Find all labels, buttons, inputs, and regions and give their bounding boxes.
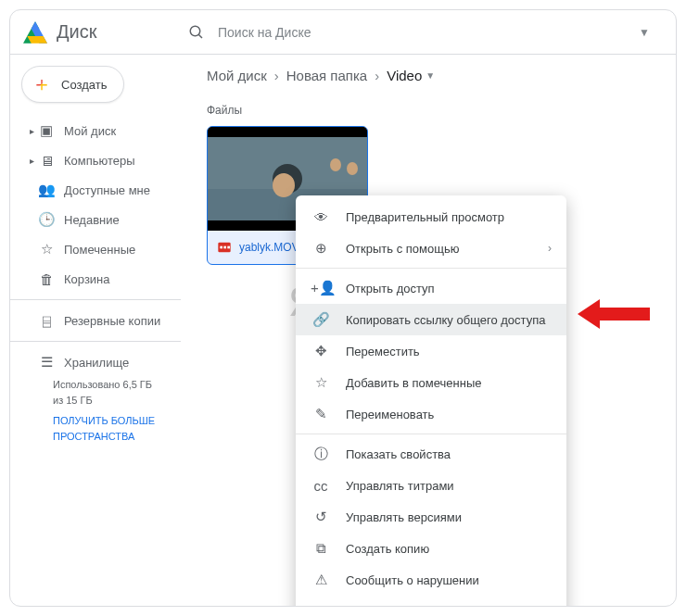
app-name: Диск [57, 21, 96, 43]
menu-item-label: Открыть доступ [346, 282, 552, 295]
menu-item-icon: cc [311, 478, 331, 494]
menu-item-label: Показать свойства [346, 447, 552, 461]
plus-icon: ＋ [32, 74, 52, 94]
sidebar-item-label: Помеченные [64, 243, 168, 257]
menu-item-icon: ✥ [311, 343, 331, 359]
sidebar-item[interactable]: ▸ ☆ Помеченные [10, 234, 181, 264]
sidebar-item-label: Доступные мне [64, 183, 168, 197]
sidebar-item-label: Резервные копии [64, 314, 168, 328]
menu-item-label: Предварительный просмотр [346, 210, 552, 224]
nav-icon: 🕒 [36, 211, 57, 228]
search-box[interactable]: Поиск на Диске ▼ [181, 10, 676, 55]
file-name: yablyk.MOV [239, 241, 299, 254]
menu-item-label: Переместить [346, 345, 552, 358]
menu-item-icon: ⚠ [311, 572, 331, 588]
context-menu-item[interactable]: ☆ Добавить в помеченные [296, 367, 566, 398]
menu-item-label: Переименовать [346, 408, 552, 421]
get-more-storage-link[interactable]: ПОЛУЧИТЬ БОЛЬШЕ ПРОСТРАНСТВА [53, 413, 162, 444]
divider [10, 341, 181, 342]
menu-item-label: Сообщить о нарушении [346, 573, 552, 587]
context-menu-item[interactable]: ⧉ Создать копию [296, 533, 566, 564]
nav-icon: 🖥 [36, 153, 57, 169]
sidebar-item[interactable]: ▸ 🖥 Компьютеры [10, 145, 181, 175]
sidebar-item[interactable]: ▸ 🕒 Недавние [10, 205, 181, 234]
menu-item-label: Управлять версиями [346, 510, 552, 524]
divider [10, 299, 181, 300]
logo-area[interactable]: Диск [10, 10, 181, 54]
menu-item-label: Управлять титрами [346, 479, 552, 493]
menu-item-icon: +👤 [311, 280, 331, 296]
backup-icon: ⌸ [36, 313, 57, 329]
menu-item-icon: ⓘ [311, 446, 331, 463]
context-menu: 👁 Предварительный просмотр ⊕ Открыть с п… [296, 195, 566, 607]
app-frame: Диск Поиск на Диске ▼ ＋ Создать ▸ ▣ Мой … [9, 9, 677, 607]
breadcrumb-item[interactable]: Новая папка [286, 68, 367, 83]
menu-item-icon: 🔗 [311, 311, 331, 328]
context-menu-item[interactable]: cc Управлять титрами [296, 470, 566, 501]
new-button-label: Создать [61, 78, 107, 92]
disclosure-icon: ▸ [27, 126, 36, 136]
context-menu-item[interactable]: ⚠ Сообщить о нарушении [296, 564, 566, 596]
section-label: Файлы [207, 104, 650, 117]
sidebar-item-label: Корзина [64, 272, 168, 286]
menu-item-label: Создать копию [346, 542, 552, 556]
menu-item-icon: ☆ [311, 374, 331, 391]
sidebar-item-label: Мой диск [64, 124, 168, 138]
chevron-right-icon: › [375, 68, 379, 83]
divider [296, 268, 566, 269]
breadcrumb: Мой диск›Новая папка›Video▼ [207, 68, 650, 83]
menu-item-icon: ⤓ [311, 603, 331, 607]
context-menu-item[interactable]: ⤓ Скачать [296, 596, 566, 607]
search-icon [188, 24, 210, 41]
breadcrumb-item[interactable]: Мой диск [207, 68, 267, 83]
chevron-right-icon: › [548, 242, 552, 255]
divider [296, 434, 566, 434]
storage-icon: ☰ [36, 354, 57, 371]
context-menu-item[interactable]: 🔗 Копировать ссылку общего доступа [296, 304, 566, 335]
context-menu-item[interactable]: ⊕ Открыть с помощью › [296, 233, 566, 264]
context-menu-item[interactable]: +👤 Открыть доступ [296, 272, 566, 304]
nav-icon: ▣ [36, 122, 57, 139]
sidebar-item[interactable]: ▸ 🗑 Корзина [10, 264, 181, 294]
storage-info: Использовано 6,5 ГБ из 15 ГБ ПОЛУЧИТЬ БО… [10, 377, 181, 444]
menu-item-icon: ↺ [311, 509, 331, 525]
menu-item-label: Скачать [346, 605, 552, 608]
context-menu-item[interactable]: ✎ Переименовать [296, 398, 566, 430]
disclosure-icon: ▸ [27, 156, 36, 166]
sidebar-item-backups[interactable]: ▸ ⌸ Резервные копии [10, 306, 181, 335]
menu-item-icon: ✎ [311, 406, 331, 422]
drive-logo-icon [23, 21, 47, 44]
menu-item-label: Копировать ссылку общего доступа [346, 313, 552, 327]
context-menu-item[interactable]: ↺ Управлять версиями [296, 501, 566, 533]
video-file-icon [217, 240, 232, 255]
storage-used-text: Использовано 6,5 ГБ из 15 ГБ [53, 377, 162, 408]
svg-rect-3 [220, 246, 222, 249]
breadcrumb-item[interactable]: Video▼ [387, 68, 435, 83]
nav-icon: 🗑 [36, 271, 57, 287]
svg-rect-4 [223, 246, 226, 249]
sidebar: ＋ Создать ▸ ▣ Мой диск ▸ 🖥 Компьютеры ▸ … [10, 55, 181, 606]
search-options-icon[interactable]: ▼ [639, 26, 668, 39]
chevron-down-icon: ▼ [426, 70, 435, 81]
sidebar-item[interactable]: ▸ 👥 Доступные мне [10, 175, 181, 205]
context-menu-item[interactable]: ✥ Переместить [296, 335, 566, 367]
nav-icon: 👥 [36, 182, 57, 198]
top-bar: Диск Поиск на Диске ▼ [10, 10, 676, 55]
sidebar-item[interactable]: ▸ ▣ Мой диск [10, 116, 181, 145]
new-button[interactable]: ＋ Создать [21, 66, 124, 103]
sidebar-item-label: Компьютеры [64, 154, 168, 168]
menu-item-icon: 👁 [311, 209, 331, 225]
menu-item-icon: ⊕ [311, 240, 331, 257]
menu-item-icon: ⧉ [311, 540, 331, 557]
sidebar-item-storage[interactable]: ▸ ☰ Хранилище [10, 347, 181, 377]
menu-item-label: Открыть с помощью [346, 242, 548, 256]
svg-line-1 [198, 34, 202, 38]
context-menu-item[interactable]: 👁 Предварительный просмотр [296, 201, 566, 233]
menu-item-label: Добавить в помеченные [346, 376, 552, 390]
svg-rect-5 [227, 246, 230, 249]
sidebar-item-label: Хранилище [64, 356, 168, 370]
context-menu-item[interactable]: ⓘ Показать свойства [296, 438, 566, 470]
svg-point-0 [190, 26, 200, 36]
nav-icon: ☆ [36, 241, 57, 258]
search-placeholder: Поиск на Диске [218, 25, 311, 40]
